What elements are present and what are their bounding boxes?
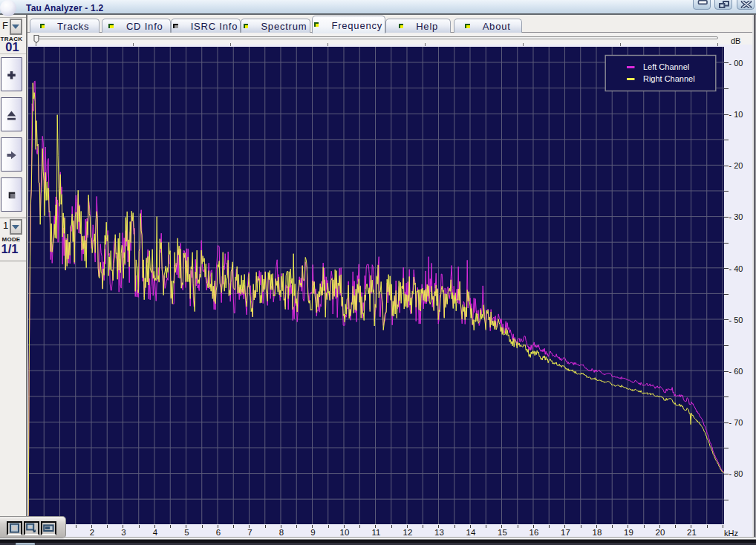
svg-text:Right Channel: Right Channel — [643, 75, 695, 84]
svg-text:Left Channel: Left Channel — [643, 63, 689, 72]
